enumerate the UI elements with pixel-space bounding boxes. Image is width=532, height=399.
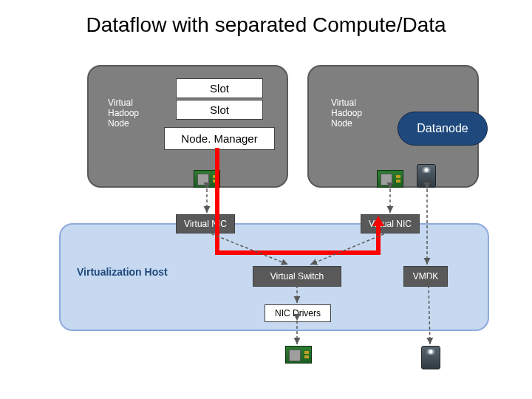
- virtual-nic-right: Virtual NIC: [361, 214, 420, 233]
- nic-card-icon-bottom: [285, 346, 312, 364]
- vmdk-box: VMDK: [403, 266, 448, 287]
- diagram-title: Dataflow with separated Compute/Data: [0, 13, 532, 37]
- virtual-switch-box: Virtual Switch: [253, 266, 341, 287]
- slot-box-1: Slot: [176, 78, 263, 98]
- vm-left-label-3: Node: [108, 118, 129, 129]
- vm-left-label: Virtual Hadoop Node: [108, 98, 139, 129]
- connector-lines: [0, 0, 532, 399]
- vm-right-label-1: Virtual: [331, 98, 356, 108]
- virtualization-host-label: Virtualization Host: [77, 266, 168, 278]
- nodemanager-box: Node. Manager: [164, 127, 275, 150]
- virtual-nic-left: Virtual NIC: [176, 214, 235, 233]
- nic-card-icon-left: [194, 170, 220, 188]
- disk-icon-datanode: [417, 164, 436, 188]
- vm-right-label: Virtual Hadoop Node: [331, 98, 362, 129]
- vm-right-label-2: Hadoop: [331, 108, 362, 118]
- nic-drivers-box: NIC Drivers: [265, 304, 331, 322]
- vm-right-label-3: Node: [331, 118, 352, 129]
- datanode-box: Datanode: [398, 112, 488, 146]
- nic-card-icon-right: [377, 170, 403, 188]
- disk-icon-vmdk: [421, 346, 440, 369]
- slot-box-2: Slot: [176, 100, 263, 120]
- vm-left-label-1: Virtual: [108, 98, 133, 108]
- vm-left-label-2: Hadoop: [108, 108, 139, 118]
